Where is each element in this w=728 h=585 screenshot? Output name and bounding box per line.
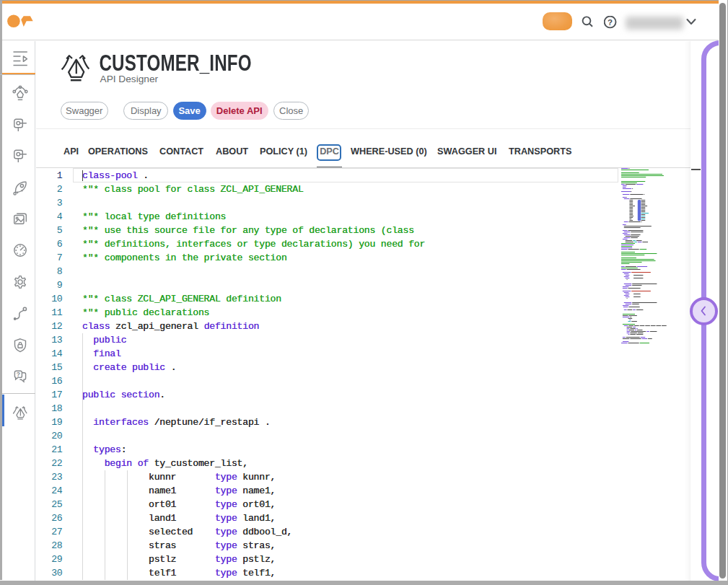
- svg-text:?: ?: [608, 17, 613, 26]
- svg-text:?: ?: [17, 371, 20, 378]
